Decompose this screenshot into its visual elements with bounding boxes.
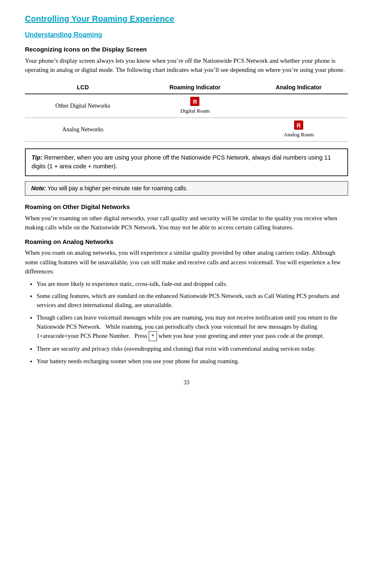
roaming-table: LCD Roaming Indicator Analog Indicator O…: [25, 81, 348, 142]
intro-paragraph: Your phone’s display screen always lets …: [25, 56, 348, 75]
tip-box: Tip: Remember, when you are using your p…: [25, 148, 348, 177]
row2-lcd: Analog Networks: [25, 118, 141, 141]
recognizing-icons-subheading: Recognizing Icons on the Display Screen: [25, 45, 348, 54]
list-item: Some calling features, which are standar…: [37, 292, 348, 310]
list-item: You are more likely to experience static…: [37, 280, 348, 289]
table-row: Analog Networks R Analog Roam: [25, 118, 348, 141]
bullet-list: You are more likely to experience static…: [37, 280, 348, 366]
table-row: Other Digital Networks R Digital Roam: [25, 94, 348, 118]
tip-label: Tip:: [32, 154, 42, 161]
note-box: Note: You will pay a higher per-minute r…: [25, 181, 348, 196]
analog-networks-para: When you roam on analog networks, you wi…: [25, 248, 348, 276]
digital-networks-para: When you’re roaming on other digital net…: [25, 214, 348, 232]
star-key: *: [149, 331, 157, 341]
col-header-analog: Analog Indicator: [249, 81, 348, 94]
digital-roam-caption: Digital Roam: [180, 108, 209, 114]
voicemail-text-part2: when you hear your greeting and enter yo…: [157, 332, 324, 339]
digital-roam-icon: R: [190, 97, 199, 106]
roaming-table-container: LCD Roaming Indicator Analog Indicator O…: [25, 81, 348, 142]
understanding-roaming-heading: Understanding Roaming: [25, 30, 348, 40]
analog-roam-icon: R: [294, 121, 303, 130]
note-label: Note:: [31, 185, 46, 192]
row1-roaming-indicator: R Digital Roam: [141, 94, 249, 118]
row1-analog-indicator: [249, 94, 348, 118]
tip-text: Remember, when you are using your phone …: [32, 154, 331, 170]
list-item: There are security and privacy risks (ea…: [37, 344, 348, 354]
page-number: 33: [25, 378, 348, 387]
page-title: Controlling Your Roaming Experience: [25, 12, 348, 25]
row1-lcd: Other Digital Networks: [25, 94, 141, 118]
digital-networks-heading: Roaming on Other Digital Networks: [25, 202, 348, 212]
col-header-lcd: LCD: [25, 81, 141, 94]
list-item: Your battery needs recharging sooner whe…: [37, 357, 348, 366]
row2-roaming-indicator: [141, 118, 249, 141]
analog-networks-heading: Roaming on Analog Networks: [25, 237, 348, 247]
col-header-roaming: Roaming Indicator: [141, 81, 249, 94]
list-item: Though callers can leave voicemail messa…: [37, 313, 348, 341]
row2-analog-indicator: R Analog Roam: [249, 118, 348, 141]
note-text: You will pay a higher per-minute rate fo…: [46, 185, 188, 192]
analog-roam-caption: Analog Roam: [284, 131, 314, 138]
